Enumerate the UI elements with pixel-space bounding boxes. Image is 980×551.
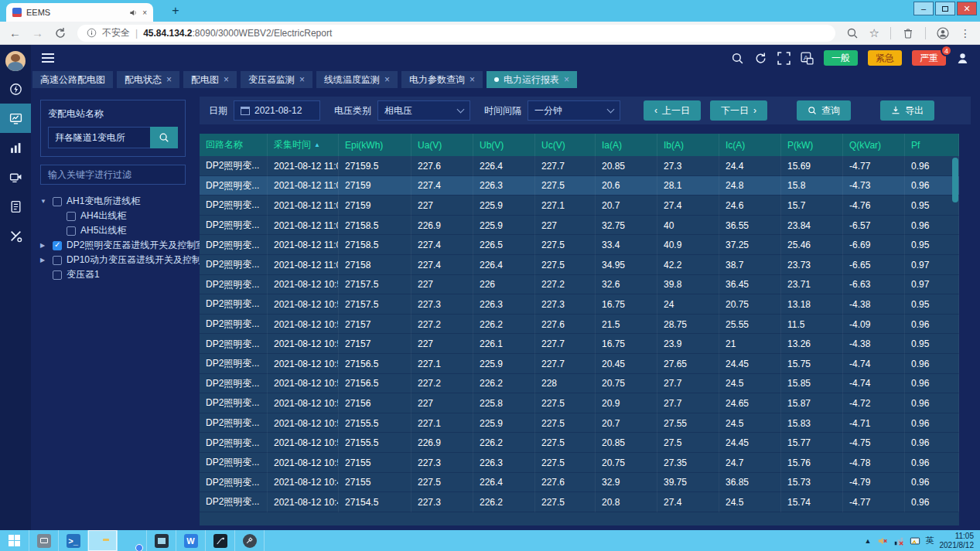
tab-close-icon[interactable]: × — [142, 9, 147, 17]
scrollbar-thumb[interactable] — [952, 158, 958, 202]
tree-checkbox[interactable] — [53, 197, 62, 206]
tree-node[interactable]: ▶DP10动力变压器进线开关及控制室 — [40, 253, 186, 267]
new-tab-button[interactable]: + — [167, 4, 184, 18]
search-icon[interactable] — [731, 52, 744, 65]
voltage-type-select[interactable]: 相电压 — [377, 100, 470, 121]
table-row[interactable]: DP2照明变...2021-08-12 11:0127158.5227.4226… — [200, 235, 959, 255]
column-header[interactable]: Q(kVar) — [843, 134, 905, 156]
back-button[interactable]: ← — [9, 27, 21, 39]
column-header[interactable]: Ub(V) — [473, 134, 535, 156]
nav-tab[interactable]: 配电状态× — [117, 71, 179, 88]
taskbar-settings-app-button[interactable] — [235, 530, 265, 551]
tree-collapse-icon[interactable]: ▶ — [40, 257, 48, 264]
window-close-button[interactable]: ✕ — [957, 2, 977, 15]
nav-tab[interactable]: 电力参数查询× — [401, 71, 483, 88]
station-search-button[interactable] — [150, 127, 178, 148]
close-tab-icon[interactable]: × — [224, 74, 229, 85]
table-row[interactable]: DP2照明变...2021-08-12 10:5327156227225.822… — [200, 393, 959, 413]
info-icon[interactable] — [87, 28, 97, 38]
close-tab-icon[interactable]: × — [166, 74, 172, 85]
close-tab-icon[interactable]: × — [564, 74, 569, 85]
taskbar-start-button[interactable] — [0, 530, 29, 551]
tree-checkbox[interactable] — [53, 256, 62, 265]
zoom-icon[interactable] — [846, 27, 859, 39]
table-row[interactable]: DP2照明变...2021-08-12 10:4827154.5227.3226… — [200, 492, 959, 512]
nav-tab[interactable]: 高速公路配电图 — [32, 71, 113, 88]
user-icon[interactable] — [956, 52, 969, 65]
column-header[interactable]: Ia(A) — [596, 134, 657, 156]
column-header[interactable]: Ua(V) — [411, 134, 473, 156]
tree-node[interactable]: AH5出线柜 — [54, 223, 186, 238]
column-header[interactable]: 回路名称 — [200, 134, 268, 156]
close-tab-icon[interactable]: × — [299, 74, 305, 85]
taskbar-chrome-button[interactable] — [118, 530, 147, 551]
tray-expand-icon[interactable]: ▲ — [865, 537, 872, 545]
close-tab-icon[interactable]: × — [470, 74, 475, 85]
tree-checkbox[interactable] — [53, 241, 62, 250]
table-row[interactable]: DP2照明变...2021-08-12 10:5527156.5227.1225… — [200, 354, 959, 374]
nav-tab[interactable]: 配电图× — [183, 71, 237, 88]
table-row[interactable]: DP2照明变...2021-08-12 10:5127155.5226.9226… — [200, 433, 959, 453]
column-header[interactable]: P(kW) — [781, 134, 843, 156]
forward-button[interactable]: → — [32, 27, 43, 39]
taskbar-powershell-button[interactable]: >_ — [59, 530, 88, 551]
table-row[interactable]: DP2照明变...2021-08-12 10:5227155.5227.1225… — [200, 413, 959, 434]
rail-item-tools[interactable] — [0, 221, 31, 250]
nav-tab[interactable]: 电力运行报表× — [487, 71, 577, 88]
tree-node[interactable]: 变压器1 — [40, 267, 186, 282]
tree-node[interactable]: AH4出线柜 — [54, 209, 186, 223]
date-picker[interactable]: 2021-08-12 — [234, 100, 320, 121]
tree-checkbox[interactable] — [53, 270, 62, 280]
next-day-button[interactable]: 下一日› — [710, 100, 767, 121]
tree-checkbox[interactable] — [67, 212, 76, 221]
tree-checkbox[interactable] — [67, 226, 76, 236]
table-row[interactable]: DP2照明变...2021-08-12 10:5827157.5227.3226… — [200, 294, 959, 315]
table-row[interactable]: DP2照明变...2021-08-12 10:4927155227.5226.4… — [200, 473, 959, 493]
table-row[interactable]: DP2照明变...2021-08-12 10:5927157.522722622… — [200, 275, 959, 295]
column-header[interactable]: Pf — [905, 134, 959, 156]
export-button[interactable]: 导出 — [880, 100, 934, 121]
nav-tab[interactable]: 变压器监测× — [241, 71, 312, 88]
prev-day-button[interactable]: ‹上一日 — [644, 100, 701, 121]
url-box[interactable]: 不安全 | 45.84.134.2:8090/3000WEBV2/Electri… — [77, 25, 835, 42]
table-row[interactable]: DP2照明变...2021-08-12 11:0427159227.4226.3… — [200, 176, 959, 196]
table-scrollbar[interactable] — [951, 158, 959, 524]
tree-collapse-icon[interactable]: ▶ — [40, 242, 48, 249]
taskbar-wps-button[interactable]: W — [176, 530, 206, 551]
rail-item-report-monitor[interactable] — [0, 104, 31, 133]
table-row[interactable]: DP2照明变...2021-08-12 10:5727157227.2226.2… — [200, 315, 959, 335]
refresh-icon[interactable] — [754, 52, 767, 65]
taskbar-monitor-app-button[interactable] — [147, 530, 176, 551]
query-button[interactable]: 查询 — [797, 100, 851, 121]
alarm-button-一般[interactable]: 一般 — [824, 50, 858, 66]
translate-icon[interactable]: A — [801, 52, 814, 65]
column-header[interactable]: Epi(kWh) — [339, 134, 411, 156]
ime-language-indicator[interactable]: 英 — [926, 535, 934, 546]
tray-clock[interactable]: 11:05 2021/8/12 — [940, 532, 975, 549]
interval-select[interactable]: 一分钟 — [528, 100, 620, 121]
column-header[interactable]: 采集时间▲ — [268, 134, 339, 156]
browser-menu-icon[interactable]: ⋮ — [960, 27, 971, 39]
window-minimize-button[interactable]: – — [913, 2, 934, 15]
table-row[interactable]: DP2照明变...2021-08-12 11:0027158227.4226.4… — [200, 255, 959, 275]
table-row[interactable]: DP2照明变...2021-08-12 10:5027155227.3226.3… — [200, 453, 959, 473]
table-row[interactable]: DP2照明变...2021-08-12 11:0527159.5227.6226… — [200, 156, 959, 176]
menu-toggle-icon[interactable] — [42, 53, 54, 63]
fullscreen-icon[interactable] — [777, 52, 790, 65]
reload-button[interactable] — [54, 27, 67, 39]
table-row[interactable]: DP2照明变...2021-08-12 10:5627157227226.122… — [200, 334, 959, 354]
profile-avatar-icon[interactable] — [937, 27, 949, 39]
table-row[interactable]: DP2照明变...2021-08-12 11:0327159227225.922… — [200, 196, 959, 216]
bookmark-star-icon[interactable]: ☆ — [869, 26, 879, 40]
table-row[interactable]: DP2照明变...2021-08-12 11:0227158.5226.9225… — [200, 216, 959, 236]
nav-tab[interactable]: 线缆温度监测× — [316, 71, 398, 88]
column-header[interactable]: Ic(A) — [719, 134, 781, 156]
taskbar-netplot-app-button[interactable] — [206, 530, 235, 551]
browser-tab[interactable]: EEMS × — [6, 3, 153, 22]
rail-item-document[interactable] — [0, 192, 31, 221]
network-error-icon[interactable] — [893, 536, 904, 546]
user-avatar[interactable] — [5, 51, 26, 71]
tree-node[interactable]: ▶DP2照明变压器进线开关及控制室 — [40, 238, 186, 253]
alarm-button-紧急[interactable]: 紧急 — [868, 50, 902, 66]
column-header[interactable]: Uc(V) — [535, 134, 596, 156]
